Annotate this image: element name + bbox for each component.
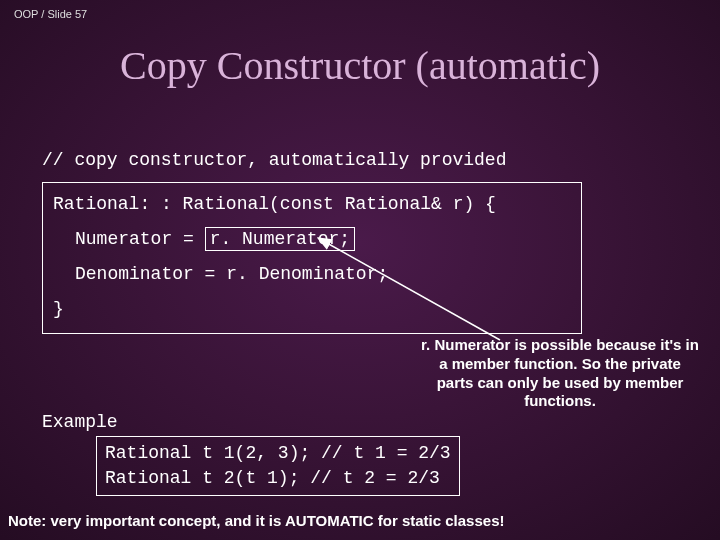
code-line-1: Rational: : Rational(const Rational& r) …: [53, 191, 571, 218]
example-box: Rational t 1(2, 3); // t 1 = 2/3 Rationa…: [96, 436, 460, 496]
example-label: Example: [42, 412, 118, 432]
code-line-2-prefix: Numerator =: [75, 229, 205, 249]
slide-title: Copy Constructor (automatic): [0, 42, 720, 89]
code-block: Rational: : Rational(const Rational& r) …: [42, 182, 582, 334]
code-line-4: }: [53, 296, 571, 323]
code-line-2: Numerator = r. Numerator;: [75, 226, 571, 253]
example-line-2: Rational t 2(t 1); // t 2 = 2/3: [105, 466, 451, 491]
footnote: Note: very important concept, and it is …: [8, 512, 505, 529]
example-line-1: Rational t 1(2, 3); // t 1 = 2/3: [105, 441, 451, 466]
breadcrumb: OOP / Slide 57: [14, 8, 87, 20]
annotation-text: r. Numerator is possible because it's in…: [420, 336, 700, 411]
highlight-box-numerator: r. Numerator;: [205, 227, 355, 251]
code-comment: // copy constructor, automatically provi…: [42, 150, 506, 170]
code-line-3: Denominator = r. Denominator;: [75, 261, 571, 288]
